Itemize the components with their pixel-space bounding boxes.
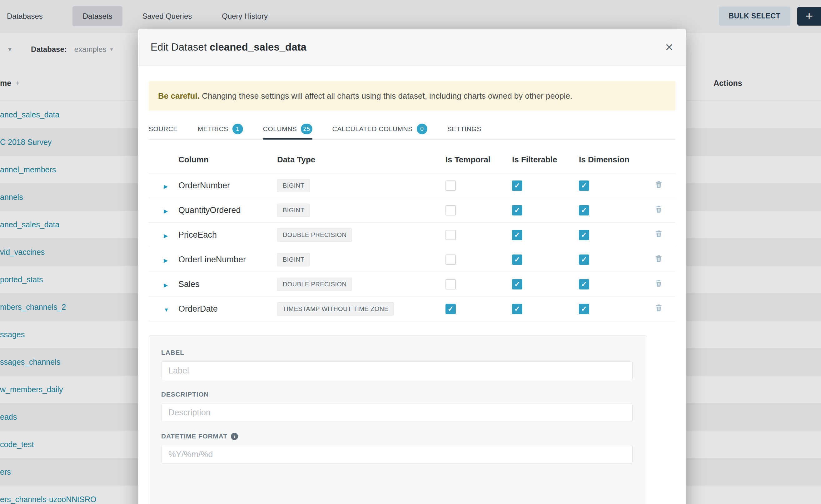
description-field-label: DESCRIPTION bbox=[161, 391, 633, 398]
metrics-count-badge: 1 bbox=[232, 124, 243, 134]
is-temporal-checkbox[interactable] bbox=[446, 304, 456, 314]
data-type-pill: DOUBLE PRECISION bbox=[277, 278, 352, 291]
is-dimension-checkbox[interactable] bbox=[579, 230, 589, 240]
column-row: QuantityOrdered BIGINT bbox=[149, 198, 675, 223]
trash-icon[interactable] bbox=[655, 254, 663, 263]
column-name: QuantityOrdered bbox=[171, 205, 277, 215]
data-type-pill: TIMESTAMP WITHOUT TIME ZONE bbox=[277, 302, 394, 316]
close-icon[interactable]: ✕ bbox=[665, 42, 674, 52]
data-type-pill: BIGINT bbox=[277, 204, 310, 217]
warning-banner: Be careful. Changing these settings will… bbox=[149, 81, 675, 111]
expand-caret-icon[interactable] bbox=[164, 184, 168, 189]
info-icon[interactable]: i bbox=[231, 433, 238, 440]
column-name: Sales bbox=[171, 279, 277, 289]
column-row: OrderDate TIMESTAMP WITHOUT TIME ZONE bbox=[149, 297, 675, 321]
label-field-group: LABEL bbox=[161, 349, 633, 380]
column-row: OrderNumber BIGINT bbox=[149, 173, 675, 198]
is-temporal-header: Is Temporal bbox=[446, 155, 512, 165]
modal-tabs: SOURCE METRICS1 COLUMNS25 CALCULATED COL… bbox=[149, 119, 675, 140]
is-filterable-checkbox[interactable] bbox=[512, 304, 522, 314]
columns-table-header: Column Data Type Is Temporal Is Filterab… bbox=[149, 146, 675, 173]
is-dimension-header: Is Dimension bbox=[579, 155, 655, 165]
is-filterable-checkbox[interactable] bbox=[512, 279, 522, 289]
is-filterable-checkbox[interactable] bbox=[512, 180, 522, 191]
column-name: PriceEach bbox=[171, 230, 277, 240]
datetime-format-field-label: DATETIME FORMAT i bbox=[161, 432, 633, 440]
is-temporal-checkbox[interactable] bbox=[446, 205, 456, 215]
columns-count-badge: 25 bbox=[301, 124, 312, 134]
column-name: OrderDate bbox=[171, 304, 277, 314]
is-dimension-checkbox[interactable] bbox=[579, 279, 589, 289]
expand-caret-icon[interactable] bbox=[164, 233, 168, 239]
column-header: Column bbox=[171, 155, 277, 165]
expand-caret-icon[interactable] bbox=[164, 283, 168, 288]
datetime-format-field-group: DATETIME FORMAT i bbox=[161, 432, 633, 464]
label-field-label: LABEL bbox=[161, 349, 633, 356]
is-dimension-checkbox[interactable] bbox=[579, 180, 589, 191]
screen: Databases Datasets Saved Queries Query H… bbox=[0, 0, 821, 504]
trash-icon[interactable] bbox=[655, 230, 663, 238]
description-input[interactable] bbox=[161, 403, 633, 422]
expand-caret-icon[interactable] bbox=[164, 209, 168, 214]
column-row: PriceEach DOUBLE PRECISION bbox=[149, 223, 675, 247]
warning-bold-text: Be careful. bbox=[158, 91, 200, 101]
datetime-format-input[interactable] bbox=[161, 445, 633, 464]
expand-caret-icon[interactable] bbox=[164, 258, 168, 263]
column-name: OrderNumber bbox=[171, 181, 277, 190]
trash-icon[interactable] bbox=[655, 279, 663, 287]
modal-header: Edit Dataset cleaned_sales_data ✕ bbox=[138, 29, 686, 66]
data-type-pill: DOUBLE PRECISION bbox=[277, 228, 352, 242]
trash-icon[interactable] bbox=[655, 180, 663, 189]
expand-caret-icon[interactable] bbox=[164, 307, 169, 313]
edit-dataset-modal: Edit Dataset cleaned_sales_data ✕ Be car… bbox=[138, 29, 686, 504]
column-row: Sales DOUBLE PRECISION bbox=[149, 272, 675, 297]
calculated-columns-count-badge: 0 bbox=[417, 124, 428, 134]
trash-icon[interactable] bbox=[655, 304, 663, 312]
data-type-pill: BIGINT bbox=[277, 253, 310, 266]
is-dimension-checkbox[interactable] bbox=[579, 205, 589, 215]
tab-metrics[interactable]: METRICS1 bbox=[198, 119, 243, 139]
is-temporal-checkbox[interactable] bbox=[446, 279, 456, 289]
label-input[interactable] bbox=[161, 361, 633, 380]
modal-title-dataset-name: cleaned_sales_data bbox=[210, 41, 306, 53]
is-filterable-header: Is Filterable bbox=[512, 155, 579, 165]
modal-title-prefix: Edit Dataset bbox=[151, 41, 210, 53]
is-temporal-checkbox[interactable] bbox=[446, 254, 456, 265]
tab-label: COLUMNS bbox=[263, 125, 297, 133]
description-field-group: DESCRIPTION bbox=[161, 391, 633, 422]
is-filterable-checkbox[interactable] bbox=[512, 205, 522, 215]
tab-settings[interactable]: SETTINGS bbox=[448, 119, 482, 139]
tab-label: METRICS bbox=[198, 125, 228, 133]
tab-calculated-columns[interactable]: CALCULATED COLUMNS0 bbox=[332, 119, 428, 139]
modal-title: Edit Dataset cleaned_sales_data bbox=[151, 41, 306, 53]
tab-label: SOURCE bbox=[149, 125, 178, 133]
is-dimension-checkbox[interactable] bbox=[579, 254, 589, 265]
data-type-pill: BIGINT bbox=[277, 179, 310, 192]
is-filterable-checkbox[interactable] bbox=[512, 230, 522, 240]
is-temporal-checkbox[interactable] bbox=[446, 230, 456, 240]
is-dimension-checkbox[interactable] bbox=[579, 304, 589, 314]
column-name: OrderLineNumber bbox=[171, 255, 277, 264]
data-type-header: Data Type bbox=[277, 155, 446, 165]
trash-icon[interactable] bbox=[655, 205, 663, 213]
tab-label: SETTINGS bbox=[448, 125, 482, 133]
warning-text: Changing these settings will affect all … bbox=[200, 91, 572, 101]
tab-columns[interactable]: COLUMNS25 bbox=[263, 119, 312, 139]
tab-source[interactable]: SOURCE bbox=[149, 119, 178, 139]
is-filterable-checkbox[interactable] bbox=[512, 254, 522, 265]
column-row: OrderLineNumber BIGINT bbox=[149, 247, 675, 272]
modal-body: Be careful. Changing these settings will… bbox=[138, 81, 686, 504]
column-detail-panel: LABEL DESCRIPTION DATETIME FORMAT i bbox=[149, 335, 647, 504]
is-temporal-checkbox[interactable] bbox=[446, 180, 456, 191]
tab-label: CALCULATED COLUMNS bbox=[332, 125, 413, 133]
